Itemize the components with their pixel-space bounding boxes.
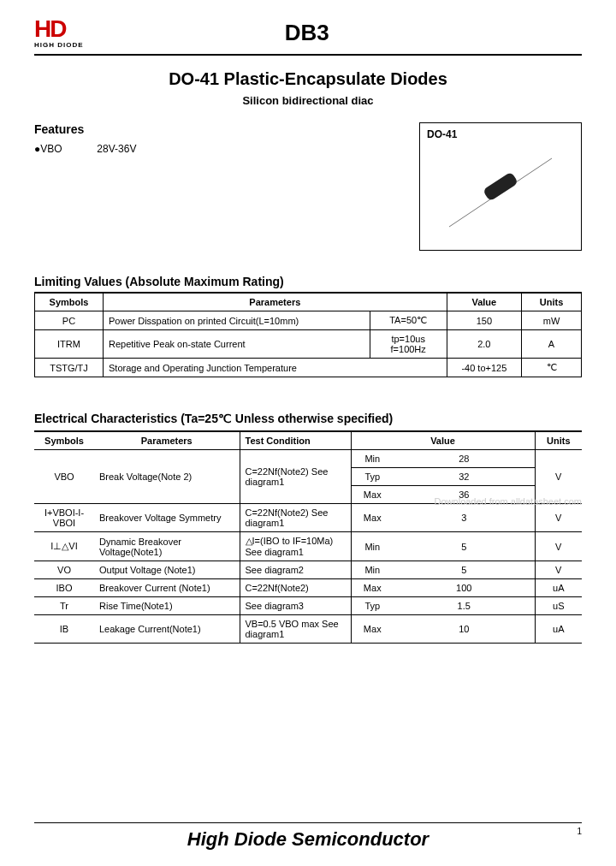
cell-cond: tp=10us f=100Hz bbox=[370, 330, 447, 359]
table-row: Tr Rise Time(Note1) See diagram3 Typ 1.5… bbox=[34, 597, 582, 615]
feature-label: ●VBO bbox=[34, 143, 94, 155]
table-row: IB Leakage Current(Note1) VB=0.5 VBO max… bbox=[34, 615, 582, 644]
logo-mark: HD bbox=[34, 17, 65, 41]
svg-rect-1 bbox=[483, 172, 518, 202]
cell-sym: ITRM bbox=[35, 330, 104, 359]
cell-val: 2.0 bbox=[447, 330, 521, 359]
diode-icon bbox=[436, 145, 565, 240]
col-parameters: Parameters bbox=[104, 293, 447, 311]
cell-val: 10 bbox=[394, 615, 535, 644]
table-row: IBO Breakover Current (Note1) C=22Nf(Not… bbox=[34, 579, 582, 597]
table-row: VBO Break Voltage(Note 2) C=22Nf(Note2) … bbox=[34, 450, 582, 468]
package-box: DO-41 bbox=[419, 122, 582, 251]
cell-param: Storage and Operating Junction Temperatu… bbox=[104, 359, 447, 377]
col-symbols: Symbols bbox=[35, 293, 104, 311]
cell-val: 1.5 bbox=[394, 597, 535, 615]
col-value: Value bbox=[447, 293, 521, 311]
cell-unit: uS bbox=[535, 597, 582, 615]
cell-val: 28 bbox=[394, 450, 535, 468]
feature-row: ●VBO 28V-36V bbox=[34, 143, 419, 155]
cell-param: Break Voltage(Note 2) bbox=[94, 450, 240, 504]
cell-sub: Max bbox=[351, 486, 394, 504]
cell-param: Output Voltage (Note1) bbox=[94, 561, 240, 579]
cell-sym: VBO bbox=[34, 450, 94, 504]
cell-val: 3 bbox=[394, 504, 535, 532]
cell-sym: PC bbox=[35, 311, 104, 330]
cell-sub: Min bbox=[351, 561, 394, 579]
limiting-heading: Limiting Values (Absolute Maximum Rating… bbox=[34, 275, 582, 288]
cell-unit: uA bbox=[535, 579, 582, 597]
col-value: Value bbox=[351, 431, 535, 450]
col-units: Units bbox=[535, 431, 582, 450]
electrical-table: Symbols Parameters Test Condition Value … bbox=[34, 430, 582, 644]
col-symbols: Symbols bbox=[34, 431, 94, 450]
cell-param: Breakover Voltage Symmetry bbox=[94, 504, 240, 532]
cell-cond: See diagram2 bbox=[240, 561, 351, 579]
cell-cond: △I=(IBO to IF=10Ma) See diagram1 bbox=[240, 532, 351, 561]
page-number: 1 bbox=[577, 827, 582, 836]
cell-cond: C=22Nf(Note2) bbox=[240, 579, 351, 597]
cell-sym: I+VBOI-I-VBOI bbox=[34, 504, 94, 532]
cell-sym: IBO bbox=[34, 579, 94, 597]
cell-param: Leakage Current(Note1) bbox=[94, 615, 240, 644]
cell-param: Breakover Current (Note1) bbox=[94, 579, 240, 597]
table-row: PC Power Disspation on printed Circuit(L… bbox=[35, 311, 582, 330]
page-subtitle: Silicon bidirectional diac bbox=[34, 94, 582, 107]
cell-unit: mW bbox=[522, 311, 582, 330]
part-number: DB3 bbox=[84, 20, 530, 46]
cell-param: Rise Time(Note1) bbox=[94, 597, 240, 615]
logo-subtext: HIGH DIODE bbox=[34, 41, 84, 49]
cell-param: Power Disspation on printed Circuit(L=10… bbox=[104, 311, 370, 330]
col-parameters: Parameters bbox=[94, 431, 240, 450]
cell-val: 100 bbox=[394, 579, 535, 597]
cell-sub: Max bbox=[351, 504, 394, 532]
cell-sym: I⊥△VI bbox=[34, 532, 94, 561]
cell-cond: TA=50℃ bbox=[370, 311, 447, 330]
cell-sym: VO bbox=[34, 561, 94, 579]
footer: High Diode Semiconductor 1 bbox=[34, 822, 582, 851]
cell-param: Dynamic Breakover Voltage(Note1) bbox=[94, 532, 240, 561]
cell-sub: Min bbox=[351, 532, 394, 561]
watermark: Downloaded from alldatasheet.com bbox=[435, 496, 582, 507]
footer-company: High Diode Semiconductor bbox=[187, 828, 429, 850]
features-heading: Features bbox=[34, 122, 419, 136]
cell-cond: C=22Nf(Note2) See diagram1 bbox=[240, 504, 351, 532]
cell-cond: See diagram3 bbox=[240, 597, 351, 615]
cell-val: -40 to+125 bbox=[447, 359, 521, 377]
cell-sym: TSTG/TJ bbox=[35, 359, 104, 377]
col-units: Units bbox=[522, 293, 582, 311]
cell-unit: ℃ bbox=[522, 359, 582, 377]
table-row: I+VBOI-I-VBOI Breakover Voltage Symmetry… bbox=[34, 504, 582, 532]
cell-unit: V bbox=[535, 532, 582, 561]
feature-value: 28V-36V bbox=[97, 143, 136, 155]
table-row: ITRM Repetitive Peak on-state Current tp… bbox=[35, 330, 582, 359]
table-row: TSTG/TJ Storage and Operating Junction T… bbox=[35, 359, 582, 377]
cell-unit: A bbox=[522, 330, 582, 359]
electrical-heading: Electrical Characteristics (Ta=25℃ Unles… bbox=[34, 412, 582, 425]
col-test: Test Condition bbox=[240, 431, 351, 450]
header: HD HIGH DIODE DB3 bbox=[34, 17, 582, 56]
cell-val: 32 bbox=[394, 468, 535, 486]
cell-param: Repetitive Peak on-state Current bbox=[104, 330, 370, 359]
logo: HD HIGH DIODE bbox=[34, 17, 84, 49]
cell-val: 150 bbox=[447, 311, 521, 330]
cell-unit: V bbox=[535, 561, 582, 579]
cell-unit: uA bbox=[535, 615, 582, 644]
cell-val: 5 bbox=[394, 561, 535, 579]
page-title: DO-41 Plastic-Encapsulate Diodes bbox=[34, 69, 582, 89]
features-section: Features ●VBO 28V-36V DO-41 bbox=[34, 122, 582, 251]
cell-unit: V bbox=[535, 504, 582, 532]
cell-sub: Min bbox=[351, 450, 394, 468]
cell-sym: Tr bbox=[34, 597, 94, 615]
cell-sub: Typ bbox=[351, 468, 394, 486]
package-label: DO-41 bbox=[427, 128, 574, 140]
cell-sub: Typ bbox=[351, 597, 394, 615]
cell-cond: VB=0.5 VBO max See diagram1 bbox=[240, 615, 351, 644]
cell-sub: Max bbox=[351, 615, 394, 644]
cell-cond: C=22Nf(Note2) See diagram1 bbox=[240, 450, 351, 504]
cell-sym: IB bbox=[34, 615, 94, 644]
limiting-table: Symbols Parameters Value Units PC Power … bbox=[34, 292, 582, 377]
table-row: VO Output Voltage (Note1) See diagram2 M… bbox=[34, 561, 582, 579]
cell-sub: Max bbox=[351, 579, 394, 597]
cell-val: 5 bbox=[394, 532, 535, 561]
